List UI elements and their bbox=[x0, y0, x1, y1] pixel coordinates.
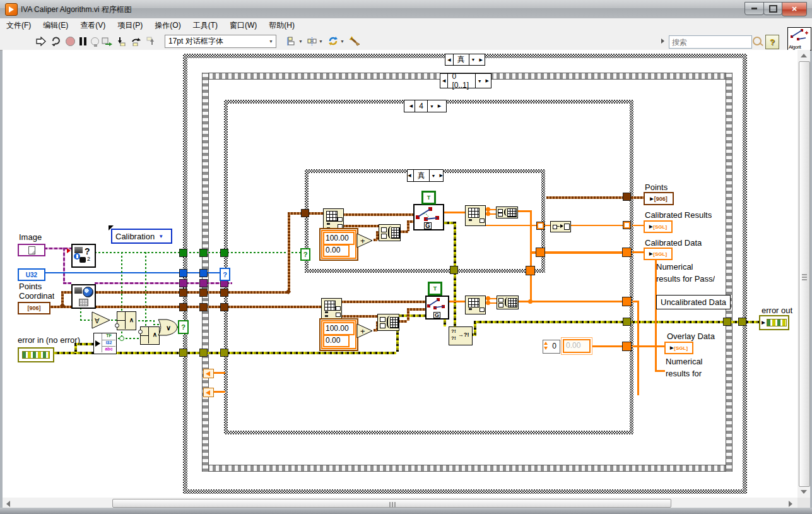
toolbar-expand-arrow[interactable] bbox=[661, 39, 664, 44]
sequence-structure-right[interactable] bbox=[726, 73, 733, 472]
and-gate-1[interactable]: ∧ bbox=[117, 311, 136, 330]
points-out-terminal[interactable]: ▶[906] bbox=[644, 192, 674, 205]
step-over-button[interactable] bbox=[131, 35, 141, 47]
outer-case-selector[interactable]: ? bbox=[178, 320, 189, 334]
horizontal-scrollbar-thumb[interactable] bbox=[112, 499, 671, 508]
calibration-info-vi[interactable] bbox=[71, 284, 96, 309]
error-in-label[interactable]: error in (no error) bbox=[18, 335, 80, 345]
search-icon[interactable] bbox=[753, 37, 762, 45]
menu-tools[interactable]: 工具(T) bbox=[193, 20, 218, 31]
or-gate[interactable]: ∨ bbox=[158, 319, 178, 336]
calibrated-results-terminal[interactable]: ▶[SGL] bbox=[644, 220, 673, 233]
index-array-node[interactable] bbox=[321, 298, 342, 320]
sequence-structure-bottom[interactable] bbox=[202, 465, 731, 472]
vertical-scrollbar-thumb[interactable] bbox=[799, 61, 810, 487]
calibration-enum[interactable]: Calibration ▼ bbox=[111, 229, 172, 244]
sequence-label[interactable]: ◀0 [0..1]▼▶ bbox=[440, 73, 491, 88]
step-out-button[interactable] bbox=[146, 35, 155, 47]
points-coordinates-terminal[interactable]: [906] bbox=[18, 302, 50, 314]
build-array-node[interactable] bbox=[497, 296, 519, 309]
vertical-scrollbar[interactable] bbox=[797, 50, 810, 498]
sequence-local[interactable] bbox=[203, 369, 214, 378]
vi-icon-pane[interactable]: Algorit bbox=[787, 27, 811, 51]
title-bar[interactable]: IVA Caliper Algorithm.vi 程序框图 ✕ bbox=[0, 0, 812, 19]
menu-window[interactable]: 窗口(W) bbox=[230, 20, 257, 31]
overlay-data-label[interactable]: Overlay Data bbox=[667, 332, 715, 341]
menu-edit[interactable]: 编辑(E) bbox=[43, 20, 68, 31]
numerical-pass-label[interactable]: Numericalresults for Pass/ bbox=[656, 261, 715, 284]
menu-file[interactable]: 文件(F) bbox=[6, 20, 31, 31]
index-array-node[interactable] bbox=[465, 296, 486, 314]
u32-terminal[interactable]: U32 bbox=[18, 268, 45, 281]
numerical-results-label[interactable]: Numericalresults for bbox=[666, 356, 703, 378]
overlay-data-terminal[interactable]: ▶[SGL] bbox=[664, 342, 693, 354]
inner-case-label[interactable]: ◀真▼▶ bbox=[407, 169, 444, 182]
build-array-node[interactable] bbox=[377, 314, 399, 331]
tunnel bbox=[179, 269, 187, 277]
unbundle-node[interactable]: TF I32 abc bbox=[93, 333, 117, 354]
minimize-button[interactable] bbox=[744, 2, 764, 15]
case-4-label[interactable]: ◀4▼▶ bbox=[404, 100, 447, 112]
step-into-button[interactable] bbox=[117, 35, 127, 47]
menu-operate[interactable]: 操作(O) bbox=[155, 20, 180, 31]
error-wire bbox=[74, 344, 77, 353]
cluster-constant[interactable]: 100.00 0.00 bbox=[319, 228, 358, 261]
vision-info-vi[interactable]: ? 2 bbox=[71, 244, 96, 268]
and-gate-2[interactable]: ∧ bbox=[140, 326, 160, 345]
add-node[interactable]: + bbox=[356, 323, 374, 339]
cluster-constant[interactable]: 100.00 0.00 bbox=[319, 318, 358, 351]
chevron-down-icon[interactable]: ▼ bbox=[158, 234, 163, 239]
error-out-terminal[interactable]: ▶ bbox=[759, 315, 789, 330]
points-coordinates-label[interactable]: PointsCoordinat bbox=[19, 282, 54, 301]
search-box[interactable] bbox=[669, 35, 752, 49]
clean-up-diagram-button[interactable] bbox=[349, 35, 362, 47]
distribute-objects-dropdown[interactable]: ▼ bbox=[307, 35, 323, 47]
wire-junction bbox=[528, 299, 533, 304]
sequence-local[interactable] bbox=[203, 388, 214, 397]
build-array-node[interactable] bbox=[496, 206, 518, 218]
run-button[interactable] bbox=[35, 35, 46, 47]
calibrated-results-wire bbox=[485, 225, 538, 226]
retain-wire-values-button[interactable] bbox=[102, 35, 113, 47]
image-label[interactable]: Image bbox=[19, 232, 42, 242]
true-constant[interactable]: T bbox=[428, 282, 442, 296]
menu-project[interactable]: 项目(P) bbox=[117, 20, 143, 31]
index-array-node[interactable] bbox=[465, 205, 486, 226]
block-diagram[interactable]: ◀真▼▶ ◀0 [0..1]▼▶ ◀4▼▶ ◀真▼▶ ? ? ? bbox=[3, 50, 797, 498]
case-4-selector[interactable]: ? bbox=[220, 268, 230, 281]
maximize-button[interactable] bbox=[763, 2, 782, 15]
boolean-wire bbox=[95, 252, 301, 253]
reorder-objects-dropdown[interactable]: ▼ bbox=[327, 35, 344, 47]
uncalibrated-data-label[interactable]: Uncalibrated Data bbox=[656, 295, 731, 309]
align-objects-dropdown[interactable]: ▼ bbox=[287, 35, 303, 47]
highlight-execution-icon[interactable] bbox=[91, 35, 97, 47]
outer-case-label[interactable]: ◀真▼▶ bbox=[445, 54, 485, 66]
error-out-label[interactable]: error out bbox=[762, 306, 792, 315]
true-constant[interactable]: T bbox=[421, 191, 436, 205]
merge-errors-node[interactable]: ?! ?! →?! bbox=[449, 326, 473, 345]
pause-button[interactable] bbox=[79, 35, 86, 47]
build-array-node[interactable] bbox=[379, 224, 401, 241]
help-button[interactable]: ? bbox=[765, 35, 779, 49]
abort-button[interactable] bbox=[66, 35, 75, 47]
add-node[interactable]: + bbox=[356, 233, 374, 249]
inner-case-selector[interactable]: ? bbox=[300, 248, 310, 261]
caliper-vi[interactable]: G bbox=[425, 296, 449, 320]
points-out-label[interactable]: Points bbox=[645, 182, 668, 192]
caliper-vi[interactable]: G bbox=[413, 204, 444, 230]
search-input[interactable] bbox=[669, 37, 739, 47]
close-button[interactable]: ✕ bbox=[782, 2, 807, 16]
wire-junction bbox=[486, 301, 490, 305]
not-gate[interactable]: ∀ bbox=[91, 311, 111, 330]
font-selector[interactable]: 17pt 对话框字体▼ bbox=[165, 35, 276, 48]
menu-view[interactable]: 查看(V) bbox=[80, 20, 105, 31]
error-in-terminal[interactable] bbox=[18, 347, 54, 362]
menu-help[interactable]: 帮助(H) bbox=[269, 20, 295, 31]
image-terminal[interactable] bbox=[18, 244, 45, 256]
calibrated-data-terminal[interactable]: ▶[SGL] bbox=[644, 248, 673, 260]
calibrated-results-label[interactable]: Calibrated Results bbox=[645, 210, 712, 220]
run-continuous-button[interactable] bbox=[50, 35, 61, 47]
horizontal-scrollbar[interactable] bbox=[3, 498, 797, 508]
array-to-cluster-node[interactable] bbox=[550, 221, 571, 232]
calibrated-data-label[interactable]: Calibrated Data bbox=[645, 238, 702, 248]
